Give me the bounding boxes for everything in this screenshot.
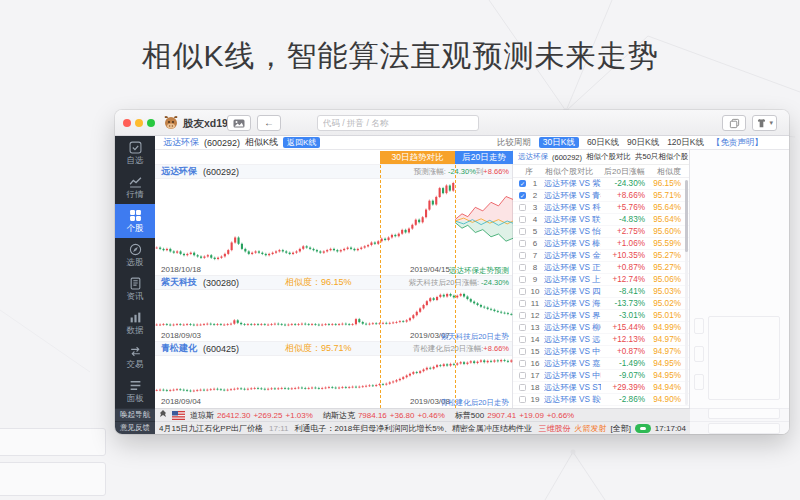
index-quote[interactable]: 道琼斯26412.30+269.25+1.03% [190, 410, 313, 421]
table-row[interactable]: 4远达环保 VS 联合光电-4.83%95.64% [513, 214, 689, 226]
table-row[interactable]: ✓2远达环保 VS 青松建化+8.66%95.71% [513, 190, 689, 202]
row-future-gain: +1.06% [601, 239, 645, 248]
sidebar-item-market[interactable]: 行情 [115, 170, 155, 204]
theme-button[interactable]: ▾ [752, 115, 777, 131]
table-row[interactable]: 3远达环保 VS 科大国创+5.76%95.64% [513, 202, 689, 214]
row-checkbox[interactable] [519, 324, 526, 331]
row-checkbox[interactable] [519, 348, 526, 355]
minimize-window-button[interactable] [135, 119, 143, 127]
panel-date-row: 2018/09/03 2019/03/07 紫天科技后20日走势 [155, 329, 512, 342]
back-button[interactable]: ← [257, 115, 281, 131]
table-row[interactable]: 5远达环保 VS 怡球资源+2.75%95.60% [513, 226, 689, 238]
feedback-tab[interactable]: 意见反馈 [115, 421, 155, 434]
row-checkbox[interactable] [519, 384, 526, 391]
multi-window-button[interactable] [722, 115, 746, 131]
zoom-window-button[interactable] [147, 119, 155, 127]
news-items: 4月15日九江石化PP出厂价格17:11利通电子：2018年归母净利润同比增长5… [159, 423, 534, 434]
index-quote[interactable]: 纳斯达克7984.16+36.80+0.46% [323, 410, 445, 421]
back-to-kline-button[interactable]: 返回K线 [283, 137, 320, 148]
sidebar-item-watchlist[interactable]: 自选 [115, 136, 155, 170]
news-icon [129, 277, 142, 290]
table-row[interactable]: 13远达环保 VS 柳钢股份+15.44%94.99% [513, 322, 689, 334]
table-row[interactable]: ✓1远达环保 VS 紫天科技-24.30%96.15% [513, 178, 689, 190]
row-checkbox[interactable] [519, 240, 526, 247]
sidebar-item-label: 交易 [127, 360, 144, 369]
table-row[interactable]: 17远达环保 VS 中电电机-9.07%94.95% [513, 370, 689, 382]
indices: 道琼斯26412.30+269.25+1.03%纳斯达克7984.16+36.8… [190, 410, 686, 421]
message-button[interactable] [227, 115, 251, 131]
header-count: 共50只相似个股 [635, 152, 688, 162]
row-rank: 6 [526, 239, 544, 248]
search-input[interactable] [317, 115, 479, 131]
period-option[interactable]: 60日K线 [587, 137, 619, 149]
candlestick-chart-qingsong[interactable] [155, 356, 512, 395]
row-similarity: 95.27% [645, 263, 681, 272]
trade-icon [129, 345, 142, 358]
breadcrumb-stock: 远达环保 [163, 136, 199, 149]
row-checkbox[interactable] [519, 276, 526, 283]
row-checkbox[interactable] [519, 252, 526, 259]
row-similarity: 95.64% [645, 215, 681, 224]
row-checkbox[interactable]: ✓ [519, 180, 526, 187]
row-checkbox[interactable] [519, 288, 526, 295]
sidebar-item-data[interactable]: 数据 [115, 306, 155, 340]
candlestick-chart-yuanda[interactable] [155, 179, 512, 263]
table-row[interactable]: 6远达环保 VS 棒杰股份+1.06%95.59% [513, 238, 689, 250]
close-window-button[interactable] [123, 119, 131, 127]
sidebar-item-stock[interactable]: 个股 [115, 204, 155, 238]
row-checkbox[interactable]: ✓ [519, 192, 526, 199]
row-pair-name: 远达环保 VS 远 望 谷 [544, 334, 601, 345]
table-row[interactable]: 14远达环保 VS 远 望 谷+12.13%94.97% [513, 334, 689, 346]
row-checkbox[interactable] [519, 228, 526, 235]
row-similarity: 96.15% [645, 179, 681, 188]
us-flag-icon [172, 411, 185, 420]
row-checkbox[interactable] [519, 216, 526, 223]
sidebar-item-trade[interactable]: 交易 [115, 340, 155, 374]
candlestick-chart-zitian[interactable] [155, 290, 512, 329]
period-option[interactable]: 120日K线 [667, 137, 704, 149]
table-row[interactable]: 16远达环保 VS 嘉欣丝绸-1.49%94.95% [513, 358, 689, 370]
table-row[interactable]: 8远达环保 VS 正海生物+0.87%95.27% [513, 262, 689, 274]
row-checkbox[interactable] [519, 204, 526, 211]
sidebar-item-news[interactable]: 资讯 [115, 272, 155, 306]
row-checkbox[interactable] [519, 312, 526, 319]
row-rank: 11 [526, 299, 544, 308]
table-row[interactable]: 12远达环保 VS 界龙实业-3.01%95.01% [513, 310, 689, 322]
row-pair-name: 远达环保 VS 怡球资源 [544, 226, 601, 237]
row-checkbox[interactable] [519, 336, 526, 343]
hot-stock-link[interactable]: 三维股份 [538, 423, 570, 434]
table-scrollbar[interactable] [685, 180, 688, 405]
row-similarity: 94.95% [645, 371, 681, 380]
table-row[interactable]: 18远达环保 VS ST抚钢+29.39%94.94% [513, 382, 689, 394]
row-checkbox[interactable] [519, 360, 526, 367]
news-item[interactable]: 利通电子：2018年归母净利润同比增长5%、精密金属冲压结构件业 [294, 423, 531, 434]
pin-icon[interactable] [159, 410, 167, 420]
table-row[interactable]: 15远达环保 VS 中设集团+0.87%94.97% [513, 346, 689, 358]
similar-stocks-panel: 远达环保 (600292) 相似个股对比 共50只相似个股 序 相似个股对比 后… [513, 150, 690, 408]
compare-period-label: 比较周期 [497, 137, 531, 149]
scrollbar-thumb[interactable] [685, 180, 688, 252]
row-checkbox[interactable] [519, 300, 526, 307]
row-checkbox[interactable] [519, 264, 526, 271]
row-checkbox[interactable] [519, 372, 526, 379]
table-row[interactable]: 9远达环保 VS 上海钢联+12.74%95.06% [513, 274, 689, 286]
row-pair-name: 远达环保 VS 中设集团 [544, 346, 601, 357]
future-trend-badge: 紫天科技后20日走势 [441, 332, 509, 342]
row-pair-name: 远达环保 VS 正海生物 [544, 262, 601, 273]
period-option[interactable]: 90日K线 [627, 137, 659, 149]
sidebar-item-board[interactable]: 面板 [115, 374, 155, 408]
table-row[interactable]: 10远达环保 VS 四川长虹-8.41%95.03% [513, 286, 689, 298]
disclaimer-link[interactable]: 【免责声明】 [712, 137, 763, 149]
sidebar-item-screener[interactable]: 选股 [115, 238, 155, 272]
invoke-navigator-tab[interactable]: 唤起导航 [115, 408, 155, 421]
row-checkbox[interactable] [519, 396, 526, 403]
table-row[interactable]: 19远达环保 VS 鞍钢股份-2.86%94.90% [513, 394, 689, 406]
table-row[interactable]: 11远达环保 VS 海航科技-13.73%95.02% [513, 298, 689, 310]
hot-topic-link[interactable]: 火箭发射 [574, 423, 606, 434]
marketing-screenshot: 相似K线，智能算法直观预测未来走势 股友xd19CF [0, 0, 800, 500]
all-news-link[interactable]: [全部] [610, 423, 630, 434]
table-row[interactable]: 7远达环保 VS 金安国纪+10.35%95.27% [513, 250, 689, 262]
period-option[interactable]: 30日K线 [539, 137, 579, 148]
index-quote[interactable]: 标普5002907.41+19.09+0.66% [455, 410, 574, 421]
news-item[interactable]: 4月15日九江石化PP出厂价格 [159, 423, 263, 434]
